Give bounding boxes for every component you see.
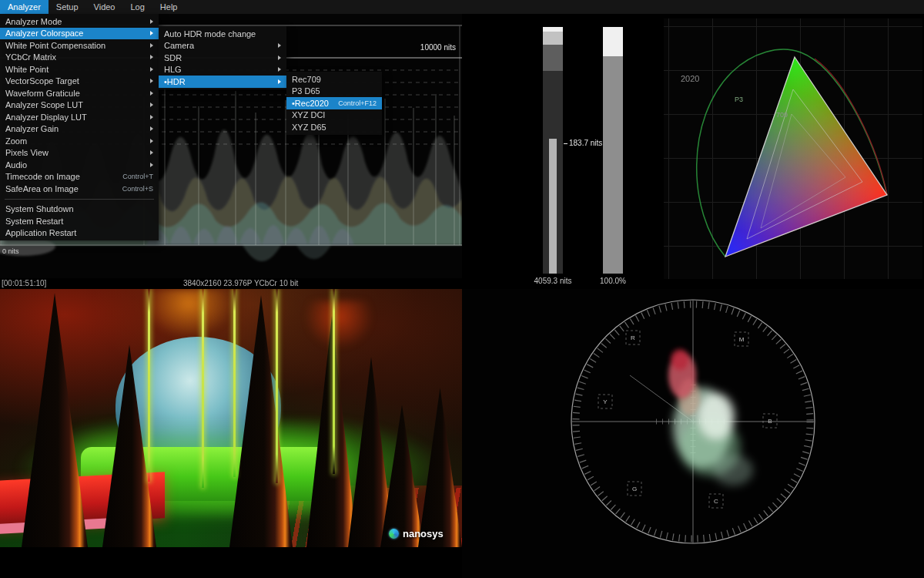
- target-g-label: G: [632, 486, 637, 492]
- shortcut-label: Control+T: [122, 173, 153, 180]
- nits-meter-mid-segment: [543, 45, 563, 71]
- vectorscope-panel: R M Y B G C: [462, 289, 924, 578]
- menubar-item-video[interactable]: Video: [86, 0, 123, 14]
- analyzer-menu: Analyzer Mode Analyzer Colorspace White …: [0, 14, 159, 240]
- vectorscope-trace-red-plume: [668, 349, 700, 415]
- gamut-709-label: 709: [776, 111, 788, 119]
- hdr-submenu: Rec709 P3 D65 •Rec2020Control+F12 XYZ DC…: [286, 72, 382, 135]
- nanosys-logo-icon: [389, 529, 399, 539]
- menu-item-hdr[interactable]: •HDR: [159, 76, 286, 88]
- submenu-arrow-icon: [278, 55, 281, 60]
- video-string: [202, 289, 204, 488]
- menu-item-rec2020[interactable]: •Rec2020Control+F12: [286, 97, 382, 109]
- menu-item-hlg[interactable]: HLG: [159, 64, 286, 76]
- menu-item-waveform-graticule[interactable]: Waveform Graticule: [0, 87, 159, 99]
- menubar-item-setup[interactable]: Setup: [49, 0, 86, 14]
- submenu-arrow-icon: [150, 163, 153, 167]
- menubar: Analyzer Setup Video Log Help: [0, 0, 924, 14]
- percent-label: 100.0%: [594, 277, 631, 285]
- menu-item-system-restart[interactable]: System Restart: [0, 215, 159, 227]
- menu-item-analyzer-scope-lut[interactable]: Analyzer Scope LUT: [0, 99, 159, 112]
- menu-item-sdr[interactable]: SDR: [159, 52, 286, 64]
- target-c-label: C: [714, 498, 718, 505]
- submenu-arrow-icon: [150, 31, 153, 35]
- menu-item-rec709[interactable]: Rec709: [286, 73, 382, 86]
- target-b-label: B: [768, 418, 772, 425]
- shortcut-label: Control+S: [122, 185, 153, 193]
- menu-item-pixels-view[interactable]: Pixels View: [0, 147, 159, 160]
- menu-item-audio[interactable]: Audio: [0, 159, 159, 171]
- submenu-arrow-icon: [150, 43, 153, 48]
- menu-item-auto-hdr-mode-change[interactable]: Auto HDR mode change: [159, 28, 286, 40]
- target-r-label: R: [631, 334, 635, 341]
- shortcut-label: Control+F12: [338, 99, 377, 107]
- nanosys-logo-text: nanosys: [403, 528, 444, 539]
- vectorscope: R M Y B G C: [462, 289, 924, 578]
- gamut-p3-label: P3: [735, 96, 743, 103]
- nits-meter-high-segment: [543, 32, 563, 45]
- video-string: [276, 289, 278, 483]
- nits-meter: [543, 27, 563, 274]
- menu-item-zoom[interactable]: Zoom: [0, 135, 159, 147]
- menu-item-safearea-on-image[interactable]: SafeArea on ImageControl+S: [0, 183, 159, 195]
- nanosys-logo: nanosys: [389, 528, 444, 539]
- menu-item-ycbcr-matrix[interactable]: YCbCr Matrix: [0, 52, 159, 64]
- submenu-arrow-icon: [150, 79, 153, 83]
- submenu-arrow-icon: [150, 91, 153, 96]
- submenu-arrow-icon: [150, 67, 153, 72]
- menu-separator: [5, 199, 154, 200]
- video-string: [233, 289, 236, 477]
- target-m-label: M: [739, 336, 745, 343]
- menu-item-xyz-d65[interactable]: XYZ D65: [286, 121, 382, 133]
- submenu-arrow-icon: [150, 102, 153, 107]
- colorspace-submenu: Auto HDR mode change Camera SDR HLG •HDR: [159, 26, 286, 89]
- target-y-label: Y: [603, 398, 608, 405]
- max-nits-label: 4059.3 nits: [530, 277, 576, 285]
- percent-meter-peak-segment: [603, 27, 623, 56]
- submenu-arrow-icon: [150, 19, 153, 24]
- menu-item-system-shutdown[interactable]: System Shutdown: [0, 203, 159, 216]
- waveform-max-nits-label: 10000 nits: [420, 43, 456, 52]
- submenu-arrow-icon: [278, 67, 281, 72]
- submenu-arrow-icon: [278, 79, 281, 84]
- waveform-min-nits-label: 0 nits: [2, 247, 19, 255]
- analyzer-app: 10000 nits 0 nits [00:01:51:10] 3840x216…: [0, 0, 924, 578]
- submenu-arrow-icon: [150, 139, 153, 143]
- video-red-glow: [300, 301, 377, 355]
- cie-diagram: 2020 P3 709: [664, 18, 922, 279]
- current-nits-label: 183.7 nits: [569, 139, 602, 147]
- menu-item-application-restart[interactable]: Application Restart: [0, 227, 159, 240]
- gamut-fill: [725, 57, 887, 257]
- submenu-arrow-icon: [150, 115, 153, 119]
- menubar-item-analyzer[interactable]: Analyzer: [0, 0, 49, 14]
- nits-meter-level-bar: [549, 139, 557, 274]
- format-info-label: 3840x2160 23.976P YCbCr 10 bit: [183, 279, 298, 287]
- submenu-arrow-icon: [150, 55, 153, 59]
- menu-item-timecode-on-image[interactable]: Timecode on ImageControl+T: [0, 171, 159, 183]
- video-status-bar: [00:01:51:10] 3840x2160 23.976P YCbCr 10…: [0, 278, 462, 289]
- nits-meter-tick: [564, 143, 567, 144]
- menu-item-analyzer-gain[interactable]: Analyzer Gain: [0, 123, 159, 136]
- video-preview: nanosys: [0, 289, 462, 547]
- menubar-item-help[interactable]: Help: [152, 0, 186, 14]
- video-string: [333, 289, 335, 474]
- submenu-arrow-icon: [150, 150, 153, 155]
- menubar-item-log[interactable]: Log: [122, 0, 152, 14]
- video-string: [148, 289, 150, 482]
- menu-item-white-point[interactable]: White Point: [0, 63, 159, 76]
- menu-item-camera[interactable]: Camera: [159, 40, 286, 52]
- menu-item-analyzer-colorspace[interactable]: Analyzer Colorspace: [0, 28, 159, 40]
- submenu-arrow-icon: [150, 126, 153, 131]
- menu-item-p3-d65[interactable]: P3 D65: [286, 86, 382, 98]
- cie-diagram-panel: 2020 P3 709: [664, 18, 922, 279]
- submenu-arrow-icon: [278, 43, 281, 48]
- menu-item-analyzer-display-lut[interactable]: Analyzer Display LUT: [0, 111, 159, 123]
- gamut-2020-label: 2020: [681, 74, 699, 83]
- menu-item-xyz-dci[interactable]: XYZ DCI: [286, 109, 382, 122]
- menu-item-vectorscope-target[interactable]: VectorScope Target: [0, 76, 159, 88]
- timecode-label: [00:01:51:10]: [2, 279, 46, 287]
- percent-meter: [603, 27, 623, 274]
- menu-item-analyzer-mode[interactable]: Analyzer Mode: [0, 15, 159, 28]
- menu-item-white-point-compensation[interactable]: White Point Compensation: [0, 39, 159, 52]
